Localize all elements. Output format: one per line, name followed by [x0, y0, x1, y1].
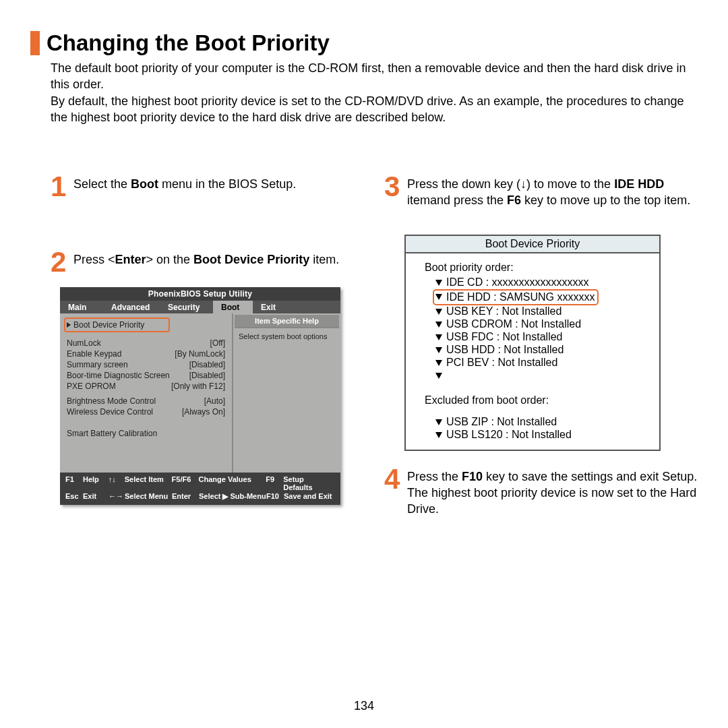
accent-bar [30, 31, 40, 55]
intro-text: The default boot priority of your comput… [51, 60, 698, 125]
bios-row: PXE OPROM[Only with F12] [67, 382, 225, 392]
bios-row: Brightness Mode Control[Auto] [67, 396, 225, 407]
excluded-label: Excluded from boot order: [425, 394, 646, 406]
list-item: PCI BEV : Not Installed [435, 357, 646, 369]
step-number-4: 4 [384, 468, 402, 490]
list-item: USB HDD : Not Installed [435, 344, 646, 357]
bios-tab-exit: Exit [253, 301, 296, 313]
bios-screenshot: PhoenixBIOS Setup Utility Main Advanced … [60, 287, 340, 505]
step-number-2: 2 [51, 251, 68, 273]
step-2-text: Press <Enter> on the Boot Device Priorit… [73, 251, 339, 268]
bios-row: Wireless Device Control[Always On] [67, 407, 225, 418]
bios-tab-advanced: Advanced [103, 301, 160, 313]
down-triangle-icon [435, 309, 442, 315]
bios-row: Boor-time Diagnostic Screen[Disabled] [67, 371, 225, 382]
down-triangle-icon [435, 373, 442, 379]
bios-tab-security: Security [160, 301, 213, 313]
step-number-1: 1 [51, 176, 68, 198]
list-item: USB ZIP : Not Installed [435, 416, 646, 429]
bios-help-text: Select system boot options [233, 330, 340, 343]
boot-priority-label: Boot priority order: [425, 262, 646, 274]
bios-utility-title: PhoenixBIOS Setup Utility [60, 287, 340, 301]
list-item: USB KEY : Not Installed [435, 305, 646, 318]
step-4-text: Press the F10 key to save the settings a… [407, 468, 698, 518]
bios-tab-boot: Boot [213, 301, 253, 313]
step-3-text: Press the down key (↓) to move to the ID… [407, 176, 698, 209]
down-triangle-icon [435, 280, 442, 286]
bios-row: Enable Keypad[By NumLock] [67, 349, 225, 360]
arrow-right-icon [67, 322, 71, 328]
down-triangle-icon [435, 360, 442, 366]
list-item: USB CDROM : Not Installed [435, 318, 646, 331]
list-item: USB FDC : Not Installed [435, 331, 646, 344]
bios-tab-main: Main [60, 301, 103, 313]
list-item: IDE CD : xxxxxxxxxxxxxxxxxx [435, 276, 646, 289]
list-item: USB LS120 : Not Installed [435, 429, 646, 442]
step-1-text: Select the Boot menu in the BIOS Setup. [73, 176, 296, 192]
down-triangle-icon [435, 432, 442, 438]
down-triangle-icon [435, 334, 442, 340]
list-item [435, 369, 646, 382]
bios-tabs: Main Advanced Security Boot Exit [60, 301, 340, 313]
bios-footer: F1 Help ↑↓ Select Item F5/F6 Change Valu… [60, 473, 340, 505]
step-number-3: 3 [384, 176, 402, 198]
bios-row: Summary screen[Disabled] [67, 360, 225, 371]
down-triangle-icon [435, 322, 442, 328]
page-number: 134 [0, 699, 728, 713]
boot-priority-box: Boot Device Priority Boot priority order… [404, 235, 661, 451]
ide-hdd-highlight: IDE HDD : SAMSUNG xxxxxxx [433, 289, 599, 305]
page-title: Changing the Boot Priority [47, 30, 330, 56]
bios-row: Smart Battery Calibration [67, 429, 225, 439]
boot-priority-title: Boot Device Priority [406, 236, 659, 253]
boot-device-priority-highlight: Boot Device Priority [64, 317, 170, 332]
bios-help-title: Item Specific Help [235, 315, 339, 328]
bios-row: NumLock[Off] [67, 338, 225, 349]
down-triangle-icon [435, 294, 442, 300]
down-triangle-icon [435, 347, 442, 353]
down-triangle-icon [435, 419, 442, 425]
